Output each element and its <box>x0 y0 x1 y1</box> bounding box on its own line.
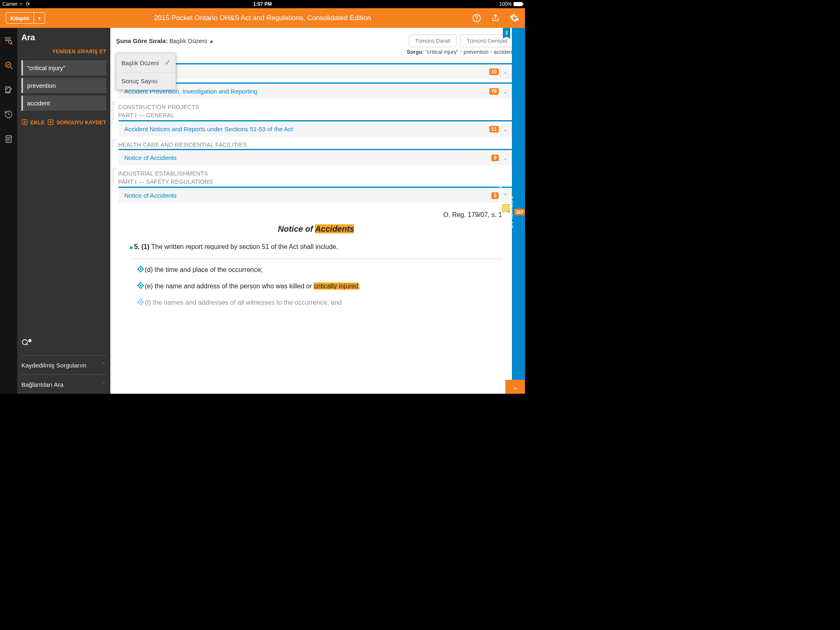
article-body: O. Reg. 179/07, s. 1 Notice of Accidents… <box>119 206 514 322</box>
result-count-badge: 79 <box>489 88 499 95</box>
search-term[interactable]: "critical injury" <box>21 60 106 75</box>
sort-option-count[interactable]: Sonuç Sayısı <box>116 73 176 89</box>
app-header: Kitaplık ▼ 2015 Pocket Ontario OH&S Act … <box>0 8 525 28</box>
content-area: Şuna Göre Sırala: Başlık Düzeni ◢ Başlık… <box>110 28 525 394</box>
chevron-up-icon: ⌃ <box>503 192 508 199</box>
search-sidebar: Ara YENİDEN SİPARİŞ ET "critical injury"… <box>17 28 110 394</box>
expand-rail-button[interactable]: ⌄ <box>505 380 525 394</box>
regulation-ref: O. Reg. 179/07, s. 1 <box>130 211 502 219</box>
search-links-accordion[interactable]: Bağlantıları Ara ⌃ <box>21 374 106 394</box>
chevron-down-icon: ⌄ <box>503 126 508 132</box>
dropdown-arrow-icon: ◢ <box>210 39 212 43</box>
close-icon[interactable]: ✕ <box>492 207 497 215</box>
toc-search-icon[interactable] <box>4 36 13 45</box>
library-button[interactable]: Kitaplık ▼ <box>6 12 45 24</box>
search-term[interactable]: accident <box>21 96 106 111</box>
sort-option-title[interactable]: Başlık Düzeni ✓ <box>116 53 176 73</box>
result-item[interactable]: Accident Prevention, Investigation and R… <box>119 82 514 99</box>
check-icon: ✓ <box>164 58 171 67</box>
history-icon[interactable] <box>4 110 13 119</box>
collapse-all-button[interactable]: Tümünü Daralt <box>409 34 457 47</box>
results-rail: 167 SONUÇLAR ⌄ ARAMAYI TEMİZLE ✕ <box>512 28 525 394</box>
article-clause[interactable]: ▶5. (1) The written report required by s… <box>130 242 502 252</box>
chevron-down-icon: ▼ <box>34 16 45 21</box>
icon-bar <box>0 28 17 394</box>
clock: 1:07 PM <box>253 1 272 7</box>
section-subheading: PART I — GENERAL <box>113 111 514 120</box>
status-bar: Carrier ᯤ ⟳ 1:07 PM 100% <box>0 0 525 8</box>
help-icon[interactable] <box>472 13 482 23</box>
battery-percent: 100% <box>499 1 512 7</box>
note-edit-icon[interactable] <box>4 85 13 94</box>
battery-icon <box>514 2 523 6</box>
result-item[interactable]: Notice of Accidents 9 ⌄ <box>119 149 514 165</box>
chevron-down-icon: ⌄ <box>503 68 508 75</box>
result-item[interactable]: 10 ⌄ <box>119 63 514 79</box>
sidebar-title: Ara <box>21 33 106 42</box>
clipboard-icon[interactable] <box>4 135 13 144</box>
article-clause[interactable]: (f) the names and addresses of all witne… <box>130 298 502 308</box>
result-item[interactable]: Accident Notices and Reports under Secti… <box>119 120 514 137</box>
gear-icon[interactable] <box>509 13 519 23</box>
article-clause[interactable]: (d) the time and place of the occurrence… <box>130 265 502 275</box>
chevron-down-icon[interactable]: ⌄ <box>503 208 508 214</box>
share-icon[interactable] <box>491 13 500 23</box>
results-rail-label[interactable]: SONUÇLAR <box>508 196 514 229</box>
result-count-badge: 10 <box>489 68 499 75</box>
result-count-badge: 11 <box>489 126 499 132</box>
loading-icon: ⟳ <box>26 1 30 7</box>
section-subheading: PART I — SAFETY REGULATIONS <box>113 178 514 187</box>
search-term[interactable]: prevention <box>21 78 106 93</box>
carrier: Carrier <box>2 1 18 7</box>
book-title: 2015 Pocket Ontario OH&S Act and Regulat… <box>154 14 371 22</box>
results-total-badge: 167 <box>514 209 525 215</box>
section-heading: INDUSTRIAL ESTABLISHMENTS <box>113 169 514 178</box>
section-heading: HEALTH CARE AND RESIDENTIAL FACILITIES <box>113 140 514 149</box>
wifi-icon: ᯤ <box>19 1 24 7</box>
add-term-button[interactable]: EKLE <box>21 119 45 126</box>
article-clause[interactable]: (e) the name and address of the person w… <box>130 281 502 291</box>
saved-queries-accordion[interactable]: Kaydedilmiş Sorgularım ⌃ <box>21 355 106 374</box>
library-label: Kitaplık <box>6 15 34 21</box>
chevron-down-icon: ⌄ <box>503 88 508 95</box>
result-item[interactable]: Notice of Accidents 5 ⌃ <box>119 187 514 203</box>
svg-point-1 <box>477 20 477 21</box>
sort-dropdown: Başlık Düzeni ✓ Sonuç Sayısı <box>116 53 176 90</box>
chevron-down-icon: ⌄ <box>503 155 508 161</box>
section-heading: CONSTRUCTION PROJECTS <box>113 102 514 111</box>
sort-selector[interactable]: Şuna Göre Sırala: Başlık Düzeni ◢ <box>116 37 212 44</box>
search-check-icon[interactable] <box>4 61 13 70</box>
chevron-up-icon: ⌃ <box>101 381 106 388</box>
save-query-button[interactable]: SORGUYU KAYDET <box>47 119 106 126</box>
article-heading: Notice of Accidents <box>130 224 502 234</box>
clear-search-button[interactable]: ARAMAYI TEMİZLE <box>497 186 503 240</box>
result-count-badge: 9 <box>491 155 499 161</box>
reorder-button[interactable]: YENİDEN SİPARİŞ ET <box>21 49 106 55</box>
chevron-up-icon: ⌃ <box>101 361 106 369</box>
query-settings-icon[interactable] <box>21 337 106 349</box>
